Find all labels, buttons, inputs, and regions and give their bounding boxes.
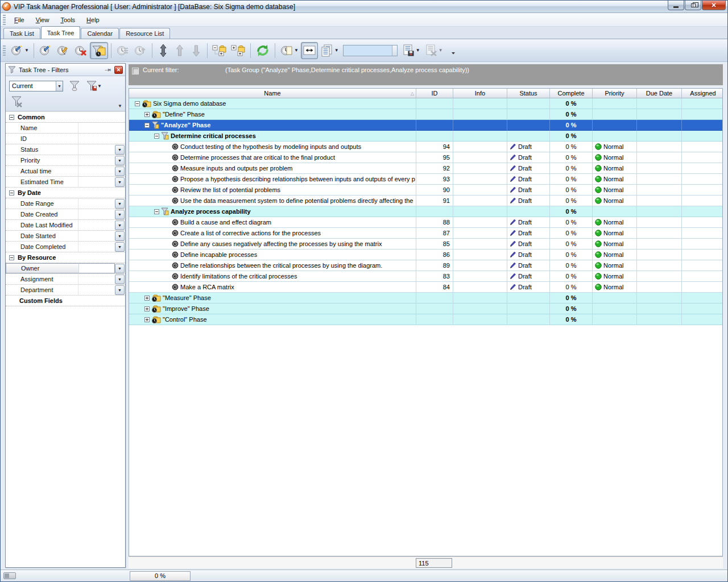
task-row[interactable]: "Improve" Phase0 % [129, 304, 722, 314]
task-row[interactable]: "Control" Phase0 % [129, 314, 722, 325]
column-header-complete[interactable]: Complete [550, 89, 593, 98]
collapse-icon[interactable] [9, 255, 14, 260]
task-row[interactable]: Use the data measurement system to defin… [129, 196, 722, 206]
tab-task-list[interactable]: Task List [3, 28, 40, 39]
chevron-down-icon[interactable]: ▼ [294, 48, 299, 53]
chevron-down-icon[interactable]: ▼ [439, 48, 443, 53]
task-row[interactable]: Propose a hypothesis describing relation… [129, 174, 722, 185]
pin-icon[interactable]: 📌︎ [103, 64, 113, 74]
filter-row-priority[interactable]: Priority▼ [6, 155, 125, 166]
task-row[interactable]: Conduct testing of the hypothesis by mod… [129, 142, 722, 152]
task-row[interactable]: "Define" Phase0 % [129, 109, 722, 120]
chevron-down-icon[interactable]: ▼ [115, 145, 125, 155]
chevron-down-icon[interactable]: ▼ [24, 48, 29, 53]
expand-icon[interactable] [144, 112, 150, 117]
delete-task-button[interactable] [72, 42, 89, 59]
column-header-due-date[interactable]: Due Date [637, 89, 682, 98]
chevron-down-icon[interactable]: ▼ [97, 84, 102, 89]
expand-icon[interactable] [144, 296, 150, 301]
menu-file[interactable]: File [9, 14, 30, 26]
collapse-icon[interactable] [9, 190, 14, 196]
filter-row-estimated-time[interactable]: Estimated Time▼ [6, 177, 125, 188]
chevron-down-icon[interactable]: ▼ [56, 81, 63, 91]
task-row[interactable]: Define relationships between the critica… [129, 260, 722, 271]
task-row[interactable]: Make a RCA matrix84Draft0 %Normal [129, 282, 722, 293]
print-preview-button[interactable]: ▼ [278, 42, 300, 59]
chevron-down-icon[interactable]: ▼ [115, 210, 125, 219]
restore-button[interactable] [685, 1, 701, 10]
column-header-priority[interactable]: Priority [593, 89, 637, 98]
task-row[interactable]: Define incapable processes86Draft0 %Norm… [129, 250, 722, 260]
columns-button[interactable]: ▼ [318, 42, 341, 59]
chevron-down-icon[interactable]: ▼ [115, 177, 125, 187]
refresh-button[interactable] [254, 42, 272, 59]
collapse-icon[interactable] [154, 134, 159, 139]
duplicate-task-button[interactable] [114, 42, 131, 59]
apply-filter-button[interactable] [67, 78, 82, 93]
chevron-down-icon[interactable]: ▼ [115, 231, 125, 241]
task-row[interactable]: Determine processes that are critical to… [129, 152, 722, 163]
chevron-down-icon[interactable]: ▼ [115, 156, 125, 165]
task-row[interactable]: Six Sigma demo database0 % [129, 98, 722, 109]
chevron-down-icon[interactable]: ▼ [115, 167, 125, 176]
chevron-down-icon[interactable]: ▼ [115, 285, 125, 295]
chevron-down-icon[interactable]: ▼ [118, 103, 122, 109]
task-row[interactable]: Build a cause and effect diagram88Draft0… [129, 217, 722, 228]
menu-view[interactable]: View [31, 14, 55, 26]
filter-row-owner[interactable]: Owner▼ [6, 263, 125, 274]
task-row[interactable]: Measure inputs and outputs per problem92… [129, 163, 722, 174]
expand-all-button[interactable] [229, 42, 247, 59]
toolbar-overflow-button[interactable] [445, 42, 461, 59]
move-up-down-button[interactable] [155, 42, 171, 59]
move-up-button[interactable] [172, 42, 188, 59]
task-row[interactable]: Determine critical processes0 % [129, 131, 722, 142]
chevron-down-icon[interactable] [392, 45, 397, 56]
filter-row-id[interactable]: ID [6, 134, 125, 144]
expand-icon[interactable] [144, 317, 150, 322]
minimize-button[interactable] [668, 1, 684, 10]
expand-icon[interactable] [144, 306, 150, 311]
collapse-icon[interactable] [144, 123, 150, 128]
filter-section-custom-fields[interactable]: Custom Fields [6, 296, 125, 306]
chevron-down-icon[interactable]: ▼ [115, 264, 125, 273]
column-header-info[interactable]: Info [453, 89, 507, 98]
chevron-down-icon[interactable]: ▼ [416, 48, 420, 53]
task-row[interactable]: Identify limitations of the critical pro… [129, 271, 722, 282]
column-header-assigned[interactable]: Assigned [682, 89, 723, 98]
collapse-icon[interactable] [154, 209, 159, 214]
filter-row-date-range[interactable]: Date Range▼ [6, 198, 125, 209]
view-combobox[interactable] [343, 45, 398, 56]
filter-row-department[interactable]: Department▼ [6, 285, 125, 296]
task-row[interactable]: Review the list of potential problems90D… [129, 185, 722, 196]
menu-help[interactable]: Help [81, 14, 105, 26]
collapse-icon[interactable] [135, 101, 140, 106]
chevron-down-icon[interactable]: ▼ [115, 242, 125, 252]
task-row[interactable]: "Analyze" Phase0 % [129, 120, 722, 131]
filter-row-date-completed[interactable]: Date Completed▼ [6, 242, 125, 252]
save-view-button[interactable]: ▼ [400, 42, 422, 59]
close-button[interactable]: ✕ [702, 1, 726, 10]
filters-close-button[interactable]: ✕ [114, 66, 123, 74]
collapse-all-button[interactable] [210, 42, 229, 59]
clear-filter-button[interactable] [9, 94, 25, 109]
filter-row-status[interactable]: Status▼ [6, 144, 125, 155]
tab-calendar[interactable]: Calendar [81, 28, 119, 39]
tab-resource-list[interactable]: Resource List [119, 28, 170, 39]
delete-view-button[interactable]: ▼ [423, 42, 445, 59]
filter-row-assignment[interactable]: Assignment▼ [6, 274, 125, 285]
filter-row-date-last-modified[interactable]: Date Last Modified▼ [6, 220, 125, 231]
move-down-button[interactable] [188, 42, 204, 59]
chevron-down-icon[interactable]: ▼ [115, 221, 125, 230]
new-subtask-button[interactable] [37, 42, 54, 59]
tab-task-tree[interactable]: Task Tree [41, 26, 81, 39]
filter-row-name[interactable]: Name [6, 123, 125, 134]
task-row[interactable]: Define any causes negatively affecting t… [129, 239, 722, 250]
filter-row-date-started[interactable]: Date Started▼ [6, 231, 125, 242]
task-row[interactable]: Analyze process capability0 % [129, 206, 722, 217]
filter-row-date-created[interactable]: Date Created▼ [6, 209, 125, 220]
current-filter-checkbox[interactable] [132, 68, 139, 74]
edit-task-button[interactable] [55, 42, 72, 59]
filter-section-by-resource[interactable]: By Resource [6, 252, 125, 263]
filter-section-common[interactable]: Common [6, 112, 125, 123]
menu-tools[interactable]: Tools [55, 14, 80, 26]
